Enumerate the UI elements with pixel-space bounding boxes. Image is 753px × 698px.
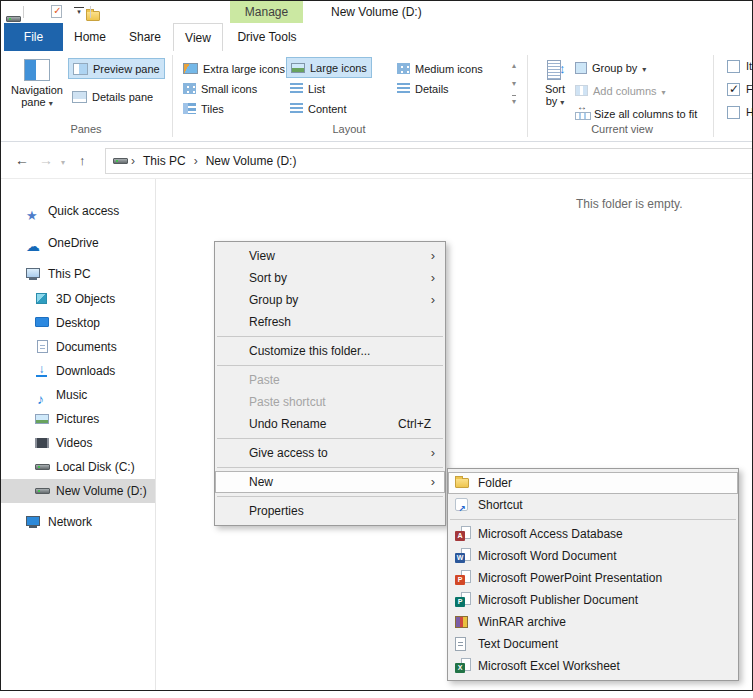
publisher-badge: P <box>455 597 465 607</box>
navigation-pane-label-1: Navigation <box>9 84 65 96</box>
tab-home[interactable]: Home <box>63 23 117 51</box>
tab-view[interactable]: View <box>173 23 223 51</box>
sidebar-item-desktop[interactable]: Desktop <box>1 311 155 335</box>
address-box[interactable]: › This PC › New Volume (D:) <box>105 148 753 174</box>
submenu-item-excel-worksheet[interactable]: X Microsoft Excel Worksheet <box>448 655 738 677</box>
this-pc-icon <box>26 268 40 278</box>
network-icon <box>26 516 40 526</box>
checkbox-icon <box>727 106 740 119</box>
submenu-item-publisher-document[interactable]: P Microsoft Publisher Document <box>448 589 738 611</box>
size-all-columns-button[interactable]: Size all columns to fit <box>571 103 701 124</box>
sidebar-item-videos[interactable]: Videos <box>1 431 155 455</box>
layout-scroll-down-icon[interactable] <box>507 77 521 91</box>
dropdown-arrow-icon <box>662 84 666 98</box>
sidebar-item-this-pc[interactable]: This PC <box>1 262 155 286</box>
tab-share[interactable]: Share <box>117 23 173 51</box>
sidebar-item-quick-access[interactable]: Quick access <box>1 199 155 223</box>
details-view-icon <box>397 83 410 94</box>
powerpoint-file-icon: P <box>455 570 471 585</box>
layout-scroll-up-icon[interactable] <box>507 59 521 73</box>
medium-icons-button[interactable]: Medium icons <box>393 58 487 79</box>
file-name-extensions-checkbox[interactable]: F <box>727 81 753 97</box>
title-bar: Manage New Volume (D:) <box>1 1 752 23</box>
submenu-item-shortcut[interactable]: Shortcut <box>448 494 738 516</box>
back-button[interactable] <box>15 142 29 179</box>
powerpoint-badge: P <box>455 575 465 585</box>
context-menu-item-refresh[interactable]: Refresh <box>215 311 445 333</box>
group-by-button[interactable]: Group by <box>571 57 650 78</box>
recent-locations-icon[interactable] <box>61 142 65 179</box>
sidebar-item-documents[interactable]: Documents <box>1 335 155 359</box>
new-volume-icon <box>35 488 50 494</box>
submenu-item-powerpoint-presentation[interactable]: P Microsoft PowerPoint Presentation <box>448 567 738 589</box>
publisher-file-icon: P <box>455 592 471 607</box>
context-menu-item-undo-rename[interactable]: Undo Rename Ctrl+Z <box>215 413 445 435</box>
3d-objects-icon <box>36 293 47 304</box>
details-pane-button[interactable]: Details pane <box>68 86 157 107</box>
forward-button[interactable] <box>39 142 53 179</box>
context-menu-item-sort-by[interactable]: Sort by <box>215 267 445 289</box>
layout-more-icon[interactable] <box>507 95 521 109</box>
item-check-boxes-checkbox[interactable]: It <box>727 58 752 74</box>
list-button[interactable]: List <box>286 78 329 99</box>
context-menu-item-give-access-to[interactable]: Give access to <box>215 442 445 464</box>
context-menu-item-view[interactable]: View <box>215 245 445 267</box>
context-menu-item-properties[interactable]: Properties <box>215 500 445 522</box>
extra-large-icons-button[interactable]: Extra large icons <box>179 58 289 79</box>
submenu-item-word-document[interactable]: W Microsoft Word Document <box>448 545 738 567</box>
dropdown-arrow-icon <box>49 96 53 108</box>
context-menu-item-paste[interactable]: Paste <box>215 369 445 391</box>
word-file-icon: W <box>455 548 471 563</box>
breadcrumb-current[interactable]: New Volume (D:) <box>201 154 302 168</box>
manage-contextual-group: Manage <box>230 1 303 23</box>
submenu-arrow-icon <box>431 245 435 267</box>
add-columns-button[interactable]: Add columns <box>571 80 670 101</box>
sidebar-item-pictures[interactable]: Pictures <box>1 407 155 431</box>
extra-large-icons-icon <box>183 63 198 74</box>
sidebar-item-new-volume-d[interactable]: New Volume (D:) <box>1 479 155 503</box>
breadcrumb-this-pc[interactable]: This PC <box>138 154 191 168</box>
qat-new-folder-icon[interactable] <box>86 11 100 21</box>
group-separator-3 <box>713 55 714 137</box>
excel-file-icon: X <box>455 658 471 673</box>
winrar-icon <box>455 616 468 628</box>
details-view-button[interactable]: Details <box>393 78 453 99</box>
context-menu-item-new[interactable]: New <box>215 471 445 493</box>
sidebar-item-music[interactable]: Music <box>1 383 155 407</box>
context-menu-item-customize-folder[interactable]: Customize this folder... <box>215 340 445 362</box>
ribbon: Navigation pane Preview pane Details pan… <box>1 51 752 142</box>
menu-separator <box>217 365 443 366</box>
menu-separator <box>217 438 443 439</box>
address-bar: › This PC › New Volume (D:) <box>1 142 752 179</box>
preview-pane-icon <box>73 63 88 75</box>
qat-properties-icon[interactable] <box>51 5 62 18</box>
up-button[interactable] <box>79 142 86 179</box>
submenu-item-winrar-archive[interactable]: WinRAR archive <box>448 611 738 633</box>
sidebar-item-3d-objects[interactable]: 3D Objects <box>1 287 155 311</box>
sidebar-item-network[interactable]: Network <box>1 510 155 534</box>
qat-customize-toolbar-icon[interactable] <box>74 5 84 14</box>
panes-group-label: Panes <box>1 123 171 135</box>
hidden-items-checkbox[interactable]: H <box>727 104 753 120</box>
navigation-pane-icon <box>24 59 50 81</box>
sidebar-item-local-disk-c[interactable]: Local Disk (C:) <box>1 455 155 479</box>
tab-file[interactable]: File <box>4 23 63 51</box>
context-menu-item-paste-shortcut[interactable]: Paste shortcut <box>215 391 445 413</box>
large-icons-icon <box>291 63 305 73</box>
small-icons-button[interactable]: Small icons <box>179 78 261 99</box>
context-menu-item-group-by[interactable]: Group by <box>215 289 445 311</box>
sidebar-item-onedrive[interactable]: OneDrive <box>1 231 155 255</box>
tiles-button[interactable]: Tiles <box>179 98 228 119</box>
sidebar-item-downloads[interactable]: Downloads <box>1 359 155 383</box>
submenu-item-text-document[interactable]: Text Document <box>448 633 738 655</box>
small-icons-icon <box>183 83 196 94</box>
word-badge: W <box>455 553 465 563</box>
preview-pane-button[interactable]: Preview pane <box>68 58 165 79</box>
submenu-item-folder[interactable]: Folder <box>448 472 738 494</box>
content-button[interactable]: Content <box>286 98 351 119</box>
qat-separator <box>23 6 24 18</box>
submenu-item-access-database[interactable]: A Microsoft Access Database <box>448 523 738 545</box>
large-icons-button[interactable]: Large icons <box>286 57 372 78</box>
tab-drive-tools[interactable]: Drive Tools <box>229 23 305 51</box>
sort-by-label-2: by <box>535 95 575 109</box>
